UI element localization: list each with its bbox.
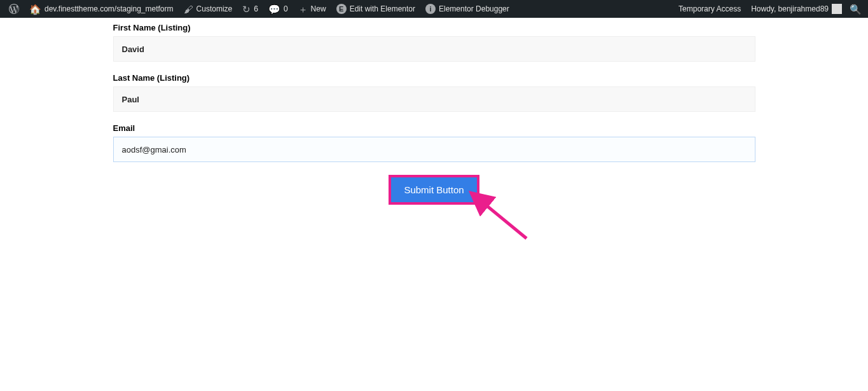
last-name-group: Last Name (Listing) — [113, 73, 755, 112]
comment-icon: 💬 — [268, 4, 280, 14]
temp-access-label: Temporary Access — [679, 4, 741, 13]
info-icon: i — [425, 4, 436, 14]
comments-menu[interactable]: 💬 0 — [263, 0, 293, 18]
paintbrush-icon: 🖌 — [184, 4, 193, 14]
new-content-menu[interactable]: ＋ New — [293, 0, 331, 18]
elementor-debugger-menu[interactable]: i Elementor Debugger — [420, 0, 514, 18]
svg-line-1 — [483, 203, 527, 238]
wordpress-icon — [9, 4, 19, 14]
email-label: Email — [113, 123, 755, 133]
my-account-menu[interactable]: Howdy, benjirahmed89 — [746, 0, 847, 18]
submit-wrap: Submit Button — [113, 175, 755, 205]
first-name-label: First Name (Listing) — [113, 23, 755, 32]
howdy-text: Howdy, benjirahmed89 — [751, 4, 829, 13]
email-group: Email — [113, 123, 755, 162]
elementor-debugger-label: Elementor Debugger — [439, 4, 509, 13]
temporary-access-link[interactable]: Temporary Access — [673, 0, 746, 18]
adminbar-right: Temporary Access Howdy, benjirahmed89 🔍 — [673, 0, 864, 18]
search-menu[interactable]: 🔍 — [847, 0, 864, 18]
wp-admin-bar: 🏠 dev.finesttheme.com/staging_metform 🖌 … — [0, 0, 868, 18]
form-container: First Name (Listing) Last Name (Listing)… — [113, 18, 755, 205]
last-name-input[interactable] — [113, 86, 755, 112]
submit-button[interactable]: Submit Button — [389, 175, 479, 205]
customize-label: Customize — [196, 4, 233, 13]
site-title: dev.finesttheme.com/staging_metform — [45, 4, 174, 13]
comments-count: 0 — [284, 4, 288, 13]
elementor-icon: E — [336, 4, 347, 14]
first-name-group: First Name (Listing) — [113, 23, 755, 62]
refresh-icon: ↻ — [242, 4, 251, 14]
updates-count: 6 — [254, 4, 258, 13]
wp-logo-menu[interactable] — [4, 0, 24, 18]
site-icon: 🏠 — [29, 4, 41, 14]
customize-menu[interactable]: 🖌 Customize — [179, 0, 238, 18]
avatar — [832, 4, 842, 14]
first-name-input[interactable] — [113, 36, 755, 62]
plus-icon: ＋ — [298, 4, 308, 14]
edit-elementor-menu[interactable]: E Edit with Elementor — [331, 0, 420, 18]
adminbar-left: 🏠 dev.finesttheme.com/staging_metform 🖌 … — [4, 0, 514, 18]
last-name-label: Last Name (Listing) — [113, 73, 755, 83]
edit-elementor-label: Edit with Elementor — [350, 4, 415, 13]
site-name-menu[interactable]: 🏠 dev.finesttheme.com/staging_metform — [24, 0, 179, 18]
updates-menu[interactable]: ↻ 6 — [237, 0, 263, 18]
search-icon: 🔍 — [850, 4, 862, 14]
email-input[interactable] — [113, 137, 755, 162]
annotation-arrow-icon — [469, 194, 571, 270]
new-label: New — [311, 4, 326, 13]
